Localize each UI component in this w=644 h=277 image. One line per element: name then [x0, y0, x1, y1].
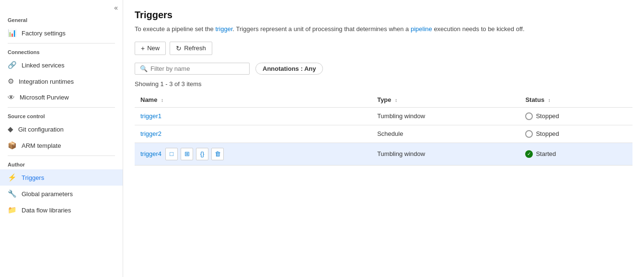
column-type: Type ↕	[371, 92, 519, 108]
trigger-status-cell: Stopped	[519, 107, 632, 125]
highlight-pipeline: pipeline	[411, 25, 432, 33]
sort-icon-status[interactable]: ↕	[548, 98, 551, 103]
highlight-trigger: trigger	[215, 25, 232, 33]
trigger-type-cell: Tumbling window	[371, 107, 519, 125]
trigger-name-cell: trigger1	[135, 107, 371, 125]
trigger-link[interactable]: trigger1	[140, 112, 161, 120]
run-button[interactable]: □	[165, 148, 178, 160]
status-text: Stopped	[536, 130, 559, 137]
copy-button[interactable]: ⊞	[181, 148, 193, 160]
divider-connections	[8, 107, 115, 108]
toolbar: + New ↻ Refresh	[135, 42, 632, 55]
sidebar-item-label: Data flow libraries	[22, 207, 71, 214]
sidebar-item-label: Linked services	[22, 62, 65, 69]
status-badge: ✓Started	[525, 150, 627, 158]
status-dot	[525, 112, 533, 120]
sidebar-item-global-parameters[interactable]: 🔧 Global parameters	[0, 186, 123, 202]
git-configuration-icon: ◆	[8, 125, 13, 133]
sidebar-item-label: Integration runtimes	[19, 78, 74, 85]
linked-services-icon: 🔗	[8, 61, 17, 69]
table-row: trigger2ScheduleStopped	[135, 125, 632, 143]
annotations-label: Annotations :	[263, 65, 304, 72]
status-badge: Stopped	[525, 130, 627, 138]
sort-icon-name[interactable]: ↕	[161, 98, 163, 103]
sidebar-section-general: General	[0, 13, 123, 25]
factory-settings-icon: 📊	[8, 29, 17, 37]
table-row: trigger4□⊞{}🗑Tumbling window✓Started	[135, 143, 632, 165]
trigger-status-cell: Stopped	[519, 125, 632, 143]
refresh-icon: ↻	[176, 44, 182, 52]
new-label: New	[147, 44, 160, 52]
new-button[interactable]: + New	[135, 42, 166, 55]
main-content: Triggers To execute a pipeline set the t…	[123, 0, 644, 277]
sidebar-item-data-flow-libraries[interactable]: 📁 Data flow libraries	[0, 202, 123, 218]
column-status: Status ↕	[519, 92, 632, 108]
sidebar-collapse-button[interactable]: «	[0, 0, 123, 13]
refresh-label: Refresh	[184, 44, 206, 52]
sidebar-item-label: ARM template	[22, 142, 61, 149]
annotations-button[interactable]: Annotations : Any	[255, 63, 323, 75]
row-actions: □⊞{}🗑	[165, 148, 224, 160]
arm-template-icon: 📦	[8, 141, 17, 150]
sidebar-item-factory-settings[interactable]: 📊 Factory settings	[0, 25, 123, 41]
search-icon: 🔍	[140, 65, 148, 72]
data-flow-libraries-icon: 📁	[8, 206, 17, 214]
status-dot	[525, 130, 533, 138]
delete-button[interactable]: 🗑	[211, 148, 224, 160]
filter-row: 🔍 Annotations : Any	[135, 63, 632, 75]
sidebar-item-triggers[interactable]: ⚡ Triggers	[0, 169, 123, 186]
sidebar-item-label: Microsoft Purview	[20, 94, 69, 101]
trigger-link[interactable]: trigger2	[140, 130, 161, 137]
status-badge: Stopped	[525, 112, 627, 120]
annotations-value: Any	[304, 65, 316, 72]
table-body: trigger1Tumbling windowStoppedtrigger2Sc…	[135, 107, 632, 165]
sidebar-item-label: Triggers	[22, 174, 44, 181]
status-dot: ✓	[525, 150, 533, 158]
status-text: Stopped	[536, 112, 559, 120]
filter-input-wrap: 🔍	[135, 63, 250, 75]
triggers-icon: ⚡	[8, 173, 17, 182]
trigger-status-cell: ✓Started	[519, 143, 632, 165]
collapse-icon: «	[114, 4, 118, 11]
microsoft-purview-icon: 👁	[8, 93, 15, 101]
column-name: Name ↕	[135, 92, 371, 108]
divider-source-control	[8, 155, 115, 156]
global-parameters-icon: 🔧	[8, 189, 17, 198]
trigger-type-cell: Schedule	[371, 125, 519, 143]
sidebar-section-author: Author	[0, 158, 123, 169]
refresh-button[interactable]: ↻ Refresh	[170, 42, 212, 55]
sidebar-item-microsoft-purview[interactable]: 👁 Microsoft Purview	[0, 89, 123, 105]
sidebar: « General 📊 Factory settings Connections…	[0, 0, 123, 277]
page-description: To execute a pipeline set the trigger. T…	[135, 24, 632, 34]
sidebar-item-git-configuration[interactable]: ◆ Git configuration	[0, 121, 123, 137]
search-input[interactable]	[150, 65, 244, 72]
trigger-name-cell: trigger4□⊞{}🗑	[135, 143, 371, 165]
sidebar-item-integration-runtimes[interactable]: ⚙ Integration runtimes	[0, 73, 123, 89]
sidebar-section-source-control: Source control	[0, 110, 123, 121]
sidebar-item-linked-services[interactable]: 🔗 Linked services	[0, 57, 123, 73]
sidebar-item-label: Global parameters	[22, 190, 73, 198]
json-button[interactable]: {}	[196, 148, 208, 160]
triggers-table: Name ↕ Type ↕ Status ↕ trigger1Tumbling …	[135, 92, 632, 166]
sidebar-item-label: Factory settings	[22, 30, 66, 37]
status-text: Started	[536, 150, 556, 157]
trigger-type-cell: Tumbling window	[371, 143, 519, 165]
showing-count: Showing 1 - 3 of 3 items	[135, 80, 632, 88]
new-icon: +	[141, 44, 145, 52]
trigger-name-cell: trigger2	[135, 125, 371, 143]
divider-general	[8, 43, 115, 44]
sidebar-section-connections: Connections	[0, 45, 123, 57]
sidebar-item-label: Git configuration	[18, 126, 64, 133]
sort-icon-type[interactable]: ↕	[395, 98, 397, 103]
trigger-link[interactable]: trigger4	[140, 150, 161, 157]
integration-runtimes-icon: ⚙	[8, 77, 14, 86]
page-title: Triggers	[135, 10, 632, 21]
table-row: trigger1Tumbling windowStopped	[135, 107, 632, 125]
table-header: Name ↕ Type ↕ Status ↕	[135, 92, 632, 108]
sidebar-item-arm-template[interactable]: 📦 ARM template	[0, 137, 123, 154]
